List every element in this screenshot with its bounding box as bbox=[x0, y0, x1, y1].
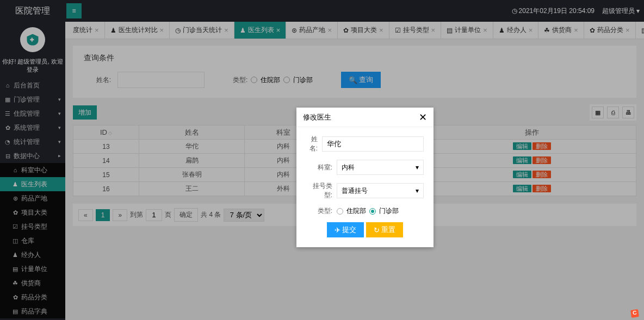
modal-radio-inpatient[interactable] bbox=[337, 208, 343, 215]
reset-label: 重置 bbox=[381, 225, 395, 235]
refresh-icon: ↻ bbox=[374, 226, 380, 234]
submit-button[interactable]: ✈提交 bbox=[327, 222, 364, 237]
modal-name-label: 姓名: bbox=[306, 135, 322, 153]
modal-dept-label: 科室: bbox=[306, 163, 337, 172]
modal-regtype-label: 挂号类型: bbox=[306, 181, 337, 200]
modal-radio-outpatient[interactable] bbox=[369, 208, 376, 215]
radio-label: 住院部 bbox=[346, 206, 366, 216]
plane-icon: ✈ bbox=[335, 226, 340, 234]
modal-regtype-select[interactable]: 普通挂号▾ bbox=[337, 183, 424, 198]
radio-label: 门诊部 bbox=[379, 206, 399, 216]
modal-name-input[interactable] bbox=[322, 136, 424, 152]
select-value: 内科 bbox=[342, 163, 355, 172]
modal-title: 修改医生 bbox=[303, 112, 331, 122]
chevron-down-icon: ▾ bbox=[416, 164, 419, 171]
reset-button[interactable]: ↻重置 bbox=[366, 222, 403, 237]
modal-type-label: 类型: bbox=[306, 206, 337, 216]
select-value: 普通挂号 bbox=[342, 186, 368, 196]
csdn-icon: C bbox=[630, 309, 639, 318]
submit-label: 提交 bbox=[342, 225, 356, 235]
watermark: CSDN @m0_68414353 C bbox=[560, 309, 639, 317]
edit-doctor-modal: 修改医生 ✕ 姓名: 科室: 内科▾ 挂号类型: 普通挂号▾ 类型: 住院部 门… bbox=[296, 108, 434, 247]
modal-dept-select[interactable]: 内科▾ bbox=[337, 160, 424, 175]
close-icon[interactable]: ✕ bbox=[419, 111, 427, 123]
chevron-down-icon: ▾ bbox=[416, 187, 419, 194]
